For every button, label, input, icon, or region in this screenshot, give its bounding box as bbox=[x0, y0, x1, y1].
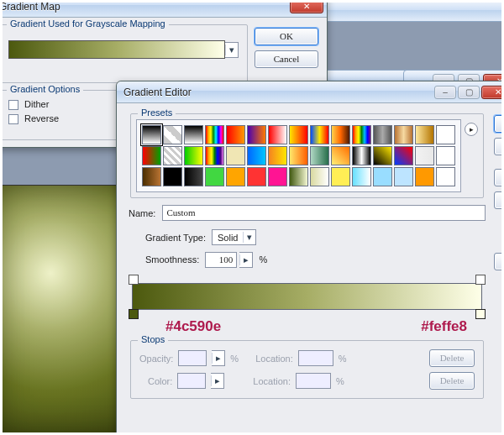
preset-swatch[interactable] bbox=[373, 146, 392, 165]
gmap-titlebar[interactable]: Gradient Map ✕ bbox=[0, 0, 327, 18]
preset-swatch[interactable] bbox=[205, 125, 224, 144]
preset-swatch[interactable] bbox=[163, 146, 182, 165]
dither-label: Dither bbox=[24, 99, 49, 109]
preset-swatch[interactable] bbox=[310, 125, 329, 144]
preset-swatch[interactable] bbox=[331, 125, 350, 144]
delete-color-stop: Delete bbox=[429, 372, 475, 390]
preset-swatch[interactable] bbox=[163, 167, 182, 186]
ged-titlebar[interactable]: Gradient Editor – ▢ ✕ bbox=[117, 81, 504, 103]
preset-swatch[interactable] bbox=[184, 125, 203, 144]
preset-swatch[interactable] bbox=[415, 146, 434, 165]
preset-swatch[interactable] bbox=[142, 125, 161, 144]
hex-left: #4c590e bbox=[165, 318, 221, 335]
chevron-right-icon: ▸ bbox=[239, 254, 252, 265]
preset-swatch[interactable] bbox=[205, 146, 224, 165]
preset-swatch[interactable] bbox=[436, 167, 455, 186]
preset-swatch[interactable] bbox=[415, 125, 434, 144]
preset-menu-icon[interactable]: ▸ bbox=[465, 123, 478, 136]
location-label1: Location: bbox=[255, 354, 293, 364]
preset-swatch[interactable] bbox=[436, 146, 455, 165]
opacity-input bbox=[178, 350, 207, 366]
chevron-right-icon: ▸ bbox=[211, 375, 223, 386]
location-input2 bbox=[296, 373, 331, 389]
gmap-ok-button[interactable]: OK bbox=[255, 28, 318, 45]
ged-close-button[interactable]: ✕ bbox=[481, 86, 504, 99]
ged-title: Gradient Editor bbox=[123, 86, 433, 98]
preset-swatch[interactable] bbox=[142, 167, 161, 186]
gmap-gradient-dropdown[interactable]: ▾ bbox=[225, 42, 239, 58]
preset-swatch[interactable] bbox=[373, 125, 392, 144]
chevron-down-icon: ▾ bbox=[243, 232, 255, 243]
preset-swatch[interactable] bbox=[163, 125, 182, 144]
color-stop-right[interactable] bbox=[475, 309, 486, 319]
ged-load-button[interactable]: Load... bbox=[494, 169, 504, 186]
preset-swatch[interactable] bbox=[352, 125, 371, 144]
ged-max-button[interactable]: ▢ bbox=[458, 86, 480, 99]
preset-swatch[interactable] bbox=[415, 167, 434, 186]
preset-swatch[interactable] bbox=[247, 125, 266, 144]
dither-checkbox[interactable] bbox=[8, 100, 18, 110]
ged-min-button[interactable]: – bbox=[434, 86, 456, 99]
gradient-ramp[interactable] bbox=[132, 283, 482, 310]
color-label: Color: bbox=[148, 376, 172, 386]
preset-swatch[interactable] bbox=[247, 167, 266, 186]
color-picker-btn: ▸ bbox=[211, 373, 224, 389]
preset-swatch[interactable] bbox=[268, 125, 287, 144]
chevron-right-icon: ▸ bbox=[212, 353, 224, 364]
preset-swatch[interactable] bbox=[268, 167, 287, 186]
preset-swatch[interactable] bbox=[226, 146, 245, 165]
name-input[interactable]: Custom bbox=[162, 205, 486, 221]
pct1: % bbox=[230, 354, 239, 364]
delete-opacity-stop: Delete bbox=[429, 349, 475, 367]
preset-grid bbox=[136, 119, 461, 192]
ged-save-button[interactable]: Save... bbox=[494, 191, 504, 209]
gmap-title: Gradient Map bbox=[0, 1, 288, 13]
preset-swatch[interactable] bbox=[226, 125, 245, 144]
smooth-suffix: % bbox=[259, 254, 267, 265]
preset-swatch[interactable] bbox=[310, 146, 329, 165]
color-stop-left[interactable] bbox=[129, 309, 139, 319]
ged-cancel-button[interactable]: Cancel bbox=[494, 138, 504, 155]
name-label: Name: bbox=[129, 208, 155, 218]
preset-swatch[interactable] bbox=[142, 146, 161, 165]
presets-label: Presets bbox=[138, 107, 176, 118]
preset-swatch[interactable] bbox=[184, 167, 203, 186]
ged-ok-button[interactable]: OK bbox=[494, 115, 504, 133]
stops-label: Stops bbox=[138, 334, 168, 344]
chevron-down-icon: ▾ bbox=[225, 45, 238, 55]
gtype-select[interactable]: Solid ▾ bbox=[212, 229, 256, 245]
opacity-label: Opacity: bbox=[139, 354, 173, 364]
preset-swatch[interactable] bbox=[331, 167, 350, 186]
preset-swatch[interactable] bbox=[394, 146, 413, 165]
reverse-checkbox[interactable] bbox=[8, 114, 18, 124]
opacity-stop-left[interactable] bbox=[129, 275, 139, 285]
preset-swatch[interactable] bbox=[352, 167, 371, 186]
location-input1 bbox=[298, 350, 333, 366]
preset-swatch[interactable] bbox=[289, 167, 308, 186]
ged-new-button[interactable]: New bbox=[494, 253, 504, 270]
opacity-stepper: ▸ bbox=[212, 350, 225, 366]
location-label2: Location: bbox=[253, 376, 291, 386]
gmap-close-button[interactable]: ✕ bbox=[290, 0, 323, 13]
preset-swatch[interactable] bbox=[205, 167, 224, 186]
preset-swatch[interactable] bbox=[373, 167, 392, 186]
preset-swatch[interactable] bbox=[436, 125, 455, 144]
smooth-stepper[interactable]: ▸ bbox=[239, 252, 253, 268]
gmap-cancel-button[interactable]: Cancel bbox=[255, 50, 318, 68]
smooth-input[interactable]: 100 bbox=[205, 252, 237, 268]
hex-right: #feffe8 bbox=[421, 318, 467, 335]
preset-swatch[interactable] bbox=[331, 146, 350, 165]
preset-swatch[interactable] bbox=[247, 146, 266, 165]
preset-swatch[interactable] bbox=[394, 167, 413, 186]
preset-swatch[interactable] bbox=[310, 167, 329, 186]
pct3: % bbox=[336, 376, 344, 386]
preset-swatch[interactable] bbox=[289, 125, 308, 144]
preset-swatch[interactable] bbox=[226, 167, 245, 186]
preset-swatch[interactable] bbox=[184, 146, 203, 165]
preset-swatch[interactable] bbox=[394, 125, 413, 144]
opacity-stop-right[interactable] bbox=[475, 275, 486, 285]
preset-swatch[interactable] bbox=[268, 146, 287, 165]
preset-swatch[interactable] bbox=[289, 146, 308, 165]
preset-swatch[interactable] bbox=[352, 146, 371, 165]
gmap-gradient-preview[interactable] bbox=[8, 40, 225, 59]
